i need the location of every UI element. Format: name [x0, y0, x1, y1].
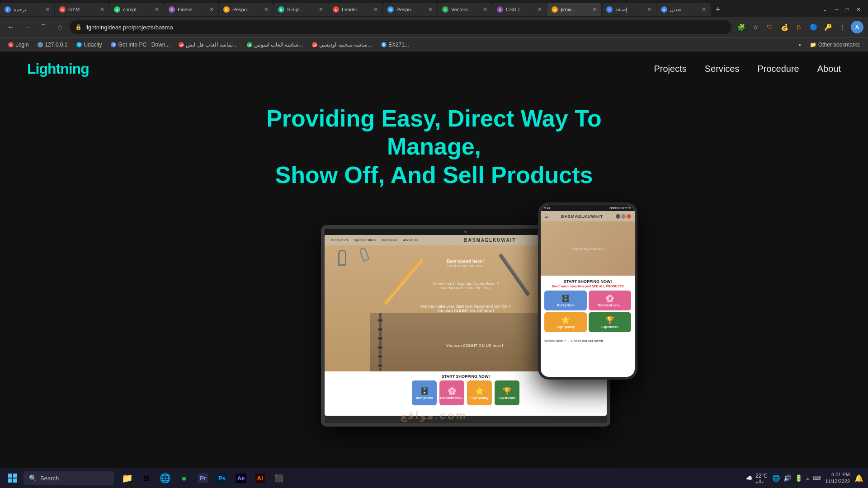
tab-finess[interactable]: F Finess... ✕ [164, 3, 218, 16]
tab-css[interactable]: C CSS T... ✕ [492, 3, 547, 16]
tab-gym[interactable]: G GYM ✕ [55, 3, 109, 16]
taskbar-app-ae[interactable]: Ae [232, 469, 250, 487]
taskbar-app-spotify[interactable]: ● [175, 469, 193, 487]
bookmarks-more-button[interactable]: » [796, 41, 804, 49]
bookmark-arabic1[interactable]: ش شاشة العاب قل اتش... [175, 41, 241, 49]
taskbar-weather[interactable]: ☁️ 22°C عالم [746, 473, 768, 484]
phone-mockup: 9:41 +966000007799 ☰ BASMAELKUWAIT [538, 202, 637, 380]
phone-card-experience[interactable]: 🏆 Experience [589, 312, 631, 332]
notification-button[interactable]: 🔔 [854, 474, 863, 483]
search-icon: 🔍 [29, 474, 37, 482]
laptop-nav-products[interactable]: Products ▾ [329, 238, 350, 242]
password-button[interactable]: 🔑 [822, 21, 834, 33]
tab-respo2[interactable]: R Respo... ✕ [383, 3, 437, 16]
tab-leader[interactable]: L Leader... ✕ [328, 3, 382, 16]
tab-ترجمة[interactable]: T ترجمة ✕ [0, 3, 54, 16]
bookmarks-bar: L Login 🌐 127.0.0.1 U Udacity G Get Into… [0, 37, 868, 52]
chrome-icon: 🌐 [160, 473, 171, 483]
product-card-best-prices[interactable]: 🗄️ Best prices [412, 380, 437, 405]
tab-dropdown-button[interactable]: ⌄ [820, 5, 830, 14]
weather-icon: ☁️ [746, 475, 753, 481]
taskbar-app-chrome[interactable]: 🌐 [156, 469, 174, 487]
tab-respo1[interactable]: R Respo... ✕ [219, 3, 273, 16]
phone-nav-btn2[interactable] [621, 214, 626, 219]
bluetooth-icon[interactable]: ⟁ [806, 475, 809, 481]
tab-add[interactable]: + إضافة ✕ [602, 3, 656, 16]
minimize-button[interactable]: ─ [832, 5, 841, 14]
taskbar-app-premiere[interactable]: Pr [194, 469, 212, 487]
tab-bar: T ترجمة ✕ G GYM ✕ c compl... ✕ F Finess.… [0, 0, 868, 17]
phone-cta-section: START SHOPPING NOW! Don't waste your tim… [541, 276, 635, 336]
home-button[interactable]: ⌂ [53, 21, 66, 33]
phone-product-grid: 🗄️ Best prices 🌸 Excellent serv... ⭐ Hig… [544, 291, 631, 332]
mockup-section: Products ▾ Special Offers Bestseller Abo… [0, 225, 868, 427]
taskbar-app-explorer[interactable]: 📁 [118, 469, 136, 487]
taskbar-search-box[interactable]: 🔍 Search [24, 471, 114, 485]
other-bookmarks[interactable]: 📁 Other bookmarks [806, 41, 863, 49]
start-button[interactable] [5, 470, 21, 486]
extensions-button[interactable]: 🧩 [735, 21, 747, 33]
phone-card-excellent[interactable]: 🌸 Excellent serv... [589, 291, 631, 310]
phone-whats-new: Whats New ? ... Check out our latest [541, 336, 635, 346]
product-card-quality[interactable]: ⭐ High quality [467, 380, 492, 405]
taskbar-app-terminal[interactable]: ⬛ [270, 469, 288, 487]
hero-section: Providing Easy, Direct Way To Manage, Sh… [0, 86, 868, 221]
weather-desc: عالم [755, 479, 768, 484]
more-button[interactable]: ⋮ [836, 21, 848, 33]
vpn-button[interactable]: 🔵 [807, 21, 819, 33]
tab-provi[interactable]: p provi... ✕ [547, 3, 601, 16]
back-button[interactable]: ← [5, 21, 17, 33]
laptop-nav-special[interactable]: Special Offers [352, 238, 378, 242]
after-effects-icon: Ae [236, 474, 247, 483]
tab-compl[interactable]: c compl... ✕ [109, 3, 164, 16]
product-card-excellent[interactable]: 🌸 Excellent serv... [439, 380, 464, 405]
volume-icon[interactable]: 🔊 [783, 474, 791, 482]
forward-button[interactable]: → [21, 21, 33, 33]
phone-menu-icon[interactable]: ☰ [544, 214, 548, 219]
tiles-icon: ⊞ [143, 474, 149, 483]
taskbar-clock[interactable]: 6:01 PM 11/12/2022 [825, 471, 850, 485]
clock-date: 11/12/2022 [825, 478, 850, 485]
network-icon[interactable]: 🌐 [772, 474, 780, 482]
profile-avatar[interactable]: A [851, 21, 863, 33]
bookmark-localhost[interactable]: 🌐 127.0.0.1 [34, 41, 71, 49]
taskbar-app-tiles[interactable]: ⊞ [137, 469, 155, 487]
product-card-experience[interactable]: 🏆 Experience [495, 380, 519, 405]
phone-nav-btn1[interactable] [616, 214, 620, 219]
phone-card-best-prices[interactable]: 🗄️ Best prices [544, 291, 587, 310]
laptop-nav-about[interactable]: About Us [401, 238, 420, 242]
bookmark-button[interactable]: ☆ [750, 21, 761, 33]
tab-vectors[interactable]: V Vectors... ✕ [438, 3, 492, 16]
nav-link-about[interactable]: About [817, 64, 841, 74]
close-button[interactable]: ✕ [854, 5, 863, 14]
spotify-icon: ● [181, 473, 187, 483]
refresh-button[interactable] [37, 21, 50, 33]
taskbar-app-photoshop[interactable]: Ps [213, 469, 231, 487]
bookmark-arabic2[interactable]: ش شاشة العاب اسوس... [243, 41, 307, 49]
phone-nav-btn3[interactable] [627, 214, 631, 219]
battery-icon[interactable]: 🔋 [795, 474, 802, 482]
wallet-button[interactable]: 💰 [778, 21, 790, 33]
bookmark-ex271[interactable]: E EX271... [377, 41, 413, 49]
nav-link-projects[interactable]: Projects [654, 64, 687, 74]
maximize-button[interactable]: □ [843, 5, 852, 14]
phone-card-quality[interactable]: ⭐ High quality [544, 312, 587, 332]
laptop-nav-bestseller[interactable]: Bestseller [380, 238, 399, 242]
bookmark-get-into-pc[interactable]: G Get Into PC - Down... [107, 41, 173, 49]
lock-icon: 🔒 [75, 24, 82, 30]
bookmark-udacity[interactable]: U Udacity [73, 41, 105, 49]
site-logo[interactable]: Lightning [27, 61, 89, 77]
taskbar-app-ai[interactable]: Ai [251, 469, 269, 487]
tab-simpl[interactable]: S Simpl... ✕ [274, 3, 328, 16]
tab-edit[interactable]: e تعديل ✕ [656, 3, 711, 16]
bookmark-login[interactable]: L Login [5, 41, 32, 49]
bookmark-arabic3[interactable]: ش شاشة متحنية اوديسي... [308, 41, 376, 49]
address-bar[interactable]: 🔒 lightningideas.pro/projects/basma [70, 20, 731, 34]
brave-shield[interactable]: 🛡 [764, 21, 776, 33]
new-tab-button[interactable]: + [711, 3, 725, 16]
brave-button[interactable]: B [793, 21, 805, 33]
keyboard-icon[interactable]: ⌨ [813, 475, 821, 481]
phone-hero-image: Stationery products [541, 221, 635, 276]
nav-link-procedure[interactable]: Procedure [757, 64, 799, 74]
nav-link-services[interactable]: Services [705, 64, 740, 74]
